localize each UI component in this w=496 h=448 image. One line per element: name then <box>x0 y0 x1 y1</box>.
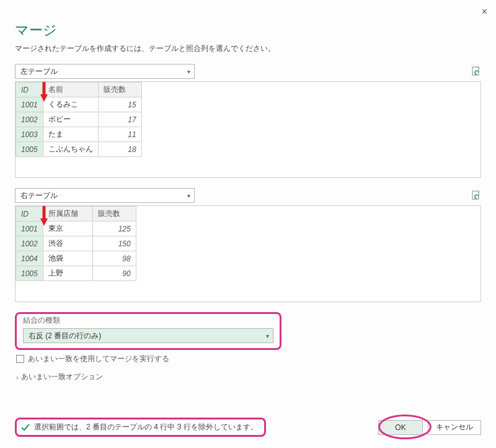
col-id[interactable]: ID <box>16 83 43 97</box>
col-sales[interactable]: 販売数 <box>98 83 141 97</box>
cancel-button-label: キャンセル <box>436 422 473 432</box>
cell-name: 上野 <box>43 266 92 281</box>
col-store[interactable]: 所属店舗 <box>43 207 92 222</box>
cell-name: 東京 <box>43 222 92 236</box>
table-row[interactable]: 1002 ボビー 17 <box>16 112 142 127</box>
table-header-row[interactable]: ID 所属店舗 販売数 <box>16 207 136 222</box>
col-id[interactable]: ID <box>16 207 43 222</box>
refresh-icon[interactable] <box>471 66 481 76</box>
dialog-subtitle: マージされたテーブルを作成するには、テーブルと照合列を選んでください。 <box>15 43 481 54</box>
table-row[interactable]: 1004 池袋 98 <box>16 251 136 266</box>
join-kind-value: 右反 (2 番目の行のみ) <box>29 331 101 341</box>
right-table-select[interactable]: 右テーブル ▾ <box>15 188 195 203</box>
cell-name: くるみこ <box>43 97 98 112</box>
checkbox-icon <box>16 355 24 363</box>
col-sales[interactable]: 販売数 <box>92 207 136 222</box>
chevron-down-icon: ▾ <box>187 68 190 75</box>
cell-num: 15 <box>98 97 141 112</box>
left-table-select-label: 左テーブル <box>20 66 58 77</box>
cell-num: 90 <box>92 266 136 281</box>
right-table-grid[interactable]: ID 所属店舗 販売数 1001 東京 125 1002 渋谷 150 1004… <box>15 205 481 302</box>
join-kind-group: 結合の種類 右反 (2 番目の行のみ) ▾ <box>15 312 281 350</box>
cell-name: ボビー <box>43 112 98 127</box>
table-row[interactable]: 1002 渋谷 150 <box>16 236 136 251</box>
cell-id: 1004 <box>16 251 43 266</box>
cell-id: 1003 <box>16 127 43 142</box>
cell-name: たま <box>43 127 98 142</box>
chevron-down-icon: ▾ <box>187 192 190 199</box>
refresh-icon[interactable] <box>471 190 481 200</box>
ok-button[interactable]: OK <box>378 420 423 435</box>
cell-num: 17 <box>98 112 141 127</box>
table-row[interactable]: 1005 こぶんちゃん 18 <box>16 142 142 157</box>
chevron-down-icon: ▾ <box>266 333 269 339</box>
cell-num: 125 <box>92 222 136 236</box>
table-header-row[interactable]: ID 名前 販売数 <box>16 83 142 97</box>
join-kind-select[interactable]: 右反 (2 番目の行のみ) ▾ <box>23 328 273 343</box>
table-row[interactable]: 1001 くるみこ 15 <box>16 97 142 112</box>
table-row[interactable]: 1003 たま 11 <box>16 127 142 142</box>
fuzzy-match-checkbox[interactable]: あいまい一致を使用してマージを実行する <box>16 354 481 364</box>
check-icon <box>20 423 30 432</box>
fuzzy-options-expander[interactable]: › あいまい一致オプション <box>16 372 481 382</box>
cell-num: 150 <box>92 236 136 251</box>
close-icon[interactable]: × <box>482 6 487 17</box>
ok-button-label: OK <box>395 423 405 432</box>
left-table-select[interactable]: 左テーブル ▾ <box>15 64 195 79</box>
cell-id: 1005 <box>16 266 43 281</box>
cell-name: 池袋 <box>43 251 92 266</box>
fuzzy-match-label: あいまい一致を使用してマージを実行する <box>28 354 169 364</box>
status-text: 選択範囲では、2 番目のテーブルの 4 行中 3 行を除外しています。 <box>34 422 258 432</box>
cell-id: 1002 <box>16 236 43 251</box>
cell-name: こぶんちゃん <box>43 142 98 157</box>
chevron-right-icon: › <box>16 374 19 381</box>
status-message: 選択範囲では、2 番目のテーブルの 4 行中 3 行を除外しています。 <box>15 418 266 437</box>
table-row[interactable]: 1005 上野 90 <box>16 266 136 281</box>
cell-num: 11 <box>98 127 141 142</box>
cell-id: 1001 <box>16 222 43 236</box>
cell-name: 渋谷 <box>43 236 92 251</box>
right-table-select-label: 右テーブル <box>20 190 58 201</box>
fuzzy-options-label: あいまい一致オプション <box>21 372 103 382</box>
dialog-title: マージ <box>15 21 481 40</box>
cell-num: 98 <box>92 251 136 266</box>
left-table-grid[interactable]: ID 名前 販売数 1001 くるみこ 15 1002 ボビー 17 1003 … <box>15 81 481 178</box>
col-name[interactable]: 名前 <box>43 83 98 97</box>
cancel-button[interactable]: キャンセル <box>428 420 481 435</box>
cell-num: 18 <box>98 142 141 157</box>
cell-id: 1001 <box>16 97 43 112</box>
join-kind-label: 結合の種類 <box>23 315 273 326</box>
table-row[interactable]: 1001 東京 125 <box>16 222 136 236</box>
cell-id: 1002 <box>16 112 43 127</box>
cell-id: 1005 <box>16 142 43 157</box>
